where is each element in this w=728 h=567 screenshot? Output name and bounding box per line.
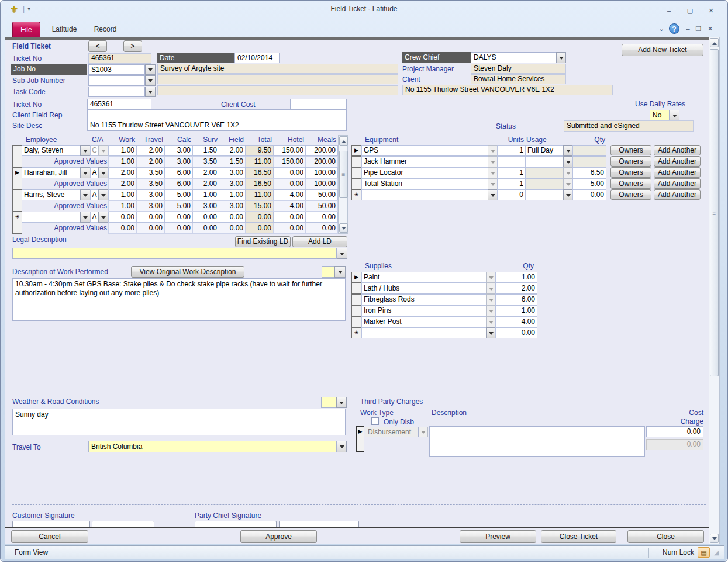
travel-to-field[interactable]: British Columbia: [88, 441, 337, 452]
travel-cell[interactable]: 3.00: [136, 189, 165, 200]
supply-qty-cell[interactable]: 1.00: [495, 272, 537, 283]
add-another-button[interactable]: Add Another: [654, 178, 701, 189]
qty-cell[interactable]: 6.50: [572, 167, 606, 178]
supply-name-cell[interactable]: Lath / Hubs: [361, 283, 487, 294]
supply-name-dropdown[interactable]: [486, 272, 496, 283]
qty-cell[interactable]: [572, 156, 606, 167]
employee-name-cell[interactable]: Daly, Steven: [22, 145, 81, 156]
find-existing-ld-button[interactable]: Find Existing LD: [235, 236, 291, 247]
calc-cell[interactable]: 0.00: [164, 212, 193, 223]
weather-code-field[interactable]: [321, 397, 336, 408]
approved-surv-cell[interactable]: 3.00: [192, 200, 219, 212]
supply-name-dropdown[interactable]: [486, 305, 496, 316]
employee-ca-cell[interactable]: A: [90, 212, 99, 223]
approved-meals-cell[interactable]: 200.00: [305, 156, 338, 167]
approved-surv-cell[interactable]: 0.00: [192, 223, 219, 234]
job-no-dropdown[interactable]: [145, 64, 156, 75]
equipment-name-dropdown[interactable]: [488, 167, 498, 178]
employee-name-dropdown[interactable]: [80, 167, 91, 178]
equipment-row-selector[interactable]: ▶: [351, 145, 361, 156]
work-type-dropdown[interactable]: [419, 427, 428, 437]
employee-name-cell[interactable]: Hanrahan, Jill: [22, 167, 81, 178]
employee-ca-dropdown[interactable]: [98, 212, 109, 223]
meals-cell[interactable]: 0.00: [305, 212, 338, 223]
supply-name-cell[interactable]: Marker Post: [361, 316, 487, 327]
chevron-down-icon[interactable]: ⌄: [657, 25, 666, 33]
approve-button[interactable]: Approve: [240, 530, 317, 543]
approved-travel-cell[interactable]: 0.00: [136, 223, 165, 234]
work-description-dropdown[interactable]: [334, 266, 346, 278]
mdi-close-icon[interactable]: ✕: [706, 25, 715, 33]
mdi-minimize-icon[interactable]: –: [684, 25, 692, 32]
supply-qty-cell[interactable]: 4.00: [495, 316, 537, 327]
approved-work-cell[interactable]: 2.00: [108, 178, 137, 189]
surv-cell[interactable]: 1.50: [192, 145, 219, 156]
supply-name-cell[interactable]: [361, 327, 487, 338]
supply-name-dropdown[interactable]: [486, 294, 496, 305]
task-code-field[interactable]: [88, 87, 145, 97]
form-view-icon[interactable]: ▤: [698, 547, 710, 558]
approved-travel-cell[interactable]: 2.00: [136, 156, 165, 167]
equipment-name-cell[interactable]: [361, 189, 488, 200]
equipment-name-cell[interactable]: GPS: [361, 145, 488, 156]
calc-cell[interactable]: 5.00: [164, 189, 193, 200]
close-ticket-button[interactable]: Close Ticket: [541, 530, 616, 543]
help-icon[interactable]: ?: [669, 23, 679, 34]
approved-work-cell[interactable]: 1.00: [108, 200, 137, 212]
equipment-name-cell[interactable]: Total Station: [361, 178, 488, 189]
scroll-thumb[interactable]: ≡: [339, 151, 348, 198]
units-cell[interactable]: [497, 156, 526, 167]
supplies-row-selector[interactable]: [351, 305, 361, 316]
supply-name-cell[interactable]: Iron Pins: [361, 305, 487, 316]
supply-name-dropdown[interactable]: [486, 283, 496, 294]
equipment-new-row-selector[interactable]: ✳: [351, 189, 361, 200]
supplies-row-selector[interactable]: [351, 283, 361, 294]
equipment-row-selector[interactable]: [351, 178, 361, 189]
approved-hotel-cell[interactable]: 0.00: [273, 223, 306, 234]
add-another-button[interactable]: Add Another: [654, 167, 701, 178]
third-party-row-selector[interactable]: ▶: [356, 426, 364, 452]
supplies-new-row-selector[interactable]: ✳: [351, 327, 361, 338]
cancel-button[interactable]: Cancel: [11, 530, 88, 543]
supply-qty-cell[interactable]: 2.00: [495, 283, 537, 294]
employee-ca-dropdown[interactable]: [98, 189, 109, 200]
units-cell[interactable]: 1: [497, 178, 526, 189]
employee-name-cell[interactable]: Harris, Steve: [22, 189, 81, 200]
employee-ca-dropdown[interactable]: [98, 167, 109, 178]
equipment-row-selector[interactable]: [351, 167, 361, 178]
travel-to-dropdown[interactable]: [337, 441, 347, 452]
work-cell[interactable]: 1.00: [108, 145, 137, 156]
work-description-code-field[interactable]: [322, 266, 334, 278]
approved-field-cell[interactable]: 1.50: [219, 156, 246, 167]
scroll-up-icon[interactable]: [710, 38, 719, 47]
employee-name-dropdown[interactable]: [80, 145, 91, 156]
employee-name-dropdown[interactable]: [80, 212, 91, 223]
employee-ca-cell[interactable]: A: [90, 167, 99, 178]
only-disb-checkbox[interactable]: [371, 417, 379, 425]
meals-cell[interactable]: 100.00: [305, 167, 338, 178]
client-field-rep-field[interactable]: [87, 109, 347, 120]
approved-surv-cell[interactable]: 3.50: [192, 156, 219, 167]
usage-dropdown[interactable]: [563, 189, 573, 200]
supply-name-cell[interactable]: Paint: [361, 272, 487, 283]
usage-dropdown[interactable]: [563, 167, 573, 178]
view-original-work-description-button[interactable]: View Original Work Description: [131, 266, 244, 278]
use-daily-rates-field[interactable]: No: [650, 110, 670, 121]
approved-hotel-cell[interactable]: 4.00: [273, 200, 306, 212]
qty-cell[interactable]: 0.00: [572, 189, 606, 200]
work-cell[interactable]: 2.00: [108, 167, 137, 178]
employee-grid-scrollbar[interactable]: ≡: [338, 135, 348, 234]
approved-work-cell[interactable]: 0.00: [108, 223, 137, 234]
employee-ca-cell[interactable]: A: [90, 189, 99, 200]
owners-button[interactable]: Owners: [610, 189, 651, 200]
supply-name-cell[interactable]: Fibreglass Rods: [361, 294, 487, 305]
approved-meals-cell[interactable]: 0.00: [305, 223, 338, 234]
resize-grip[interactable]: ◢: [714, 549, 719, 556]
add-another-button[interactable]: Add Another: [654, 189, 701, 200]
sub-job-dropdown[interactable]: [145, 75, 156, 86]
supply-qty-cell[interactable]: 6.00: [495, 294, 537, 305]
equipment-name-dropdown[interactable]: [488, 156, 498, 167]
supply-name-dropdown[interactable]: [486, 327, 496, 338]
weather-dropdown[interactable]: [336, 397, 347, 408]
supplies-row-selector[interactable]: [351, 316, 361, 327]
